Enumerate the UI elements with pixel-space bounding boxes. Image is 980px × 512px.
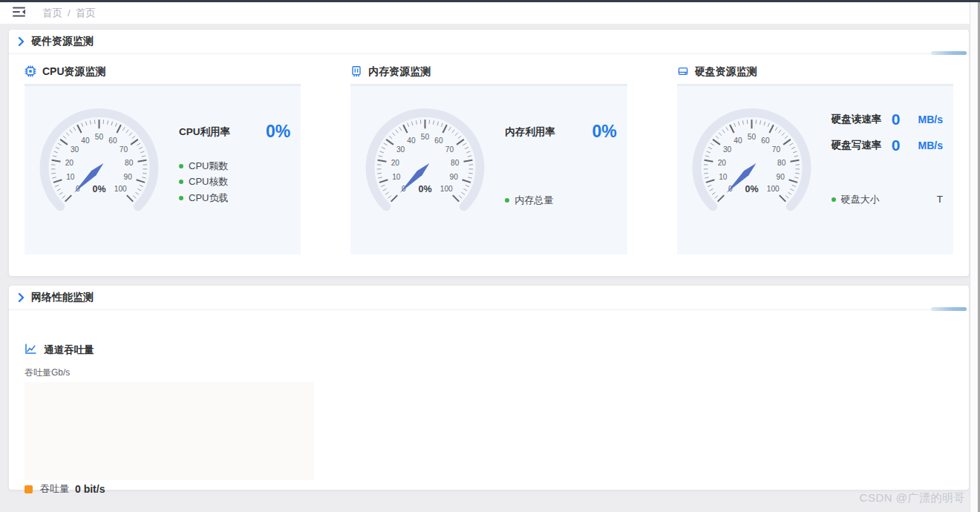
disk-size-legend: 硬盘大小 (832, 191, 880, 208)
line-chart-icon (24, 343, 37, 358)
cpu-usage-value: 0% (266, 122, 290, 142)
vertical-scrollbar[interactable] (970, 2, 980, 512)
svg-text:50: 50 (95, 133, 104, 141)
disk-size-row: 硬盘大小 T (832, 191, 943, 208)
svg-text:70: 70 (771, 145, 780, 154)
panel-deco-bar (931, 307, 967, 311)
disk-read-label: 硬盘读速率 (832, 113, 882, 126)
svg-text:80: 80 (125, 159, 134, 167)
network-monitor-panel: 网络性能监测 通道吞吐量 吞吐量Gb/s (9, 286, 969, 490)
svg-text:30: 30 (723, 145, 732, 154)
throughput-y-axis-label: 吞吐量Gb/s (24, 367, 314, 379)
hardware-monitor-panel: 硬件资源监测 CPU (9, 30, 969, 276)
svg-text:90: 90 (124, 173, 133, 181)
memory-usage-gauge: 01020304050607080901000% (350, 86, 505, 255)
disk-write-unit: MB/s (910, 140, 943, 151)
disk-size-value: T (937, 194, 943, 205)
svg-text:0%: 0% (419, 184, 432, 194)
hardware-panel-header[interactable]: 硬件资源监测 (9, 30, 969, 54)
svg-text:10: 10 (719, 173, 728, 181)
section-chevron-icon (18, 36, 24, 47)
svg-text:100: 100 (114, 185, 127, 193)
svg-text:60: 60 (108, 137, 117, 145)
svg-text:80: 80 (451, 159, 460, 167)
cpu-legend-label: CPU负载 (189, 191, 228, 205)
memory-legend-label: 内存总量 (514, 194, 553, 207)
cpu-legend-label: CPU颗数 (189, 160, 228, 173)
disk-card-title: 硬盘资源监测 (695, 65, 757, 77)
section-chevron-icon (18, 292, 24, 303)
cpu-card: CPU资源监测 01020304050607080901000% CPU利用率 … (24, 65, 301, 255)
memory-legend-item: 内存总量 (505, 192, 616, 209)
disk-read-row: 硬盘读速率 0 MB/s (832, 111, 943, 128)
memory-usage-row: 内存利用率 0% (505, 122, 616, 142)
svg-text:20: 20 (391, 159, 400, 167)
cpu-legend-item: CPU颗数 (179, 158, 290, 174)
csdn-watermark: CSDN @广漂的明哥 (860, 491, 965, 505)
breadcrumb-home-link[interactable]: 首页 (42, 7, 62, 20)
svg-text:100: 100 (440, 185, 453, 193)
svg-text:30: 30 (396, 145, 405, 154)
throughput-chart-title: 通道吞吐量 (44, 344, 94, 357)
svg-text:20: 20 (65, 159, 74, 167)
throughput-legend-value: 0 bit/s (75, 483, 105, 495)
svg-text:40: 40 (408, 137, 416, 145)
disk-card-header: 硬盘资源监测 (677, 65, 953, 77)
svg-text:60: 60 (761, 137, 770, 145)
svg-text:90: 90 (450, 173, 459, 181)
disk-speed-rows: 硬盘读速率 0 MB/s 硬盘写速率 0 MB/s (832, 111, 943, 154)
disk-card: 硬盘资源监测 01020304050607080901000% 硬盘读速率 0 … (677, 65, 953, 255)
disk-card-right: 硬盘读速率 0 MB/s 硬盘写速率 0 MB/s (832, 86, 953, 255)
cpu-card-body: 01020304050607080901000% CPU利用率 0% CPU颗数 (24, 84, 301, 255)
cpu-usage-gauge: 01020304050607080901000% (24, 86, 179, 255)
breadcrumb: 首页 / 首页 (42, 7, 96, 20)
sidebar-collapse-button[interactable] (11, 5, 27, 21)
memory-card-title: 内存资源监测 (368, 65, 431, 77)
cpu-card-header: CPU资源监测 (24, 65, 301, 77)
svg-text:30: 30 (71, 145, 79, 154)
svg-text:10: 10 (392, 173, 401, 181)
memory-card: 内存资源监测 01020304050607080901000% 内存利用率 0%… (350, 65, 627, 255)
cpu-chip-icon (24, 65, 36, 77)
hardware-panel-title: 硬件资源监测 (31, 35, 94, 48)
svg-text:0%: 0% (745, 184, 758, 194)
green-dot-icon (832, 197, 836, 202)
memory-card-body: 01020304050607080901000% 内存利用率 0% 内存总量 (350, 84, 627, 255)
svg-text:10: 10 (66, 173, 75, 181)
network-panel-title: 网络性能监测 (31, 291, 94, 304)
svg-text:40: 40 (81, 137, 90, 145)
hamburger-fold-icon (13, 7, 26, 19)
disk-read-unit: MB/s (910, 114, 943, 125)
hardware-cards-row: CPU资源监测 01020304050607080901000% CPU利用率 … (9, 54, 969, 255)
cpu-legend-list: CPU颗数 CPU核数 CPU负载 (179, 158, 290, 206)
network-panel-header[interactable]: 网络性能监测 (9, 286, 969, 310)
disk-read-value: 0 (881, 111, 910, 128)
svg-text:60: 60 (435, 137, 444, 145)
topbar: 首页 / 首页 (0, 2, 980, 24)
memory-card-header: 内存资源监测 (350, 65, 627, 77)
svg-text:80: 80 (777, 159, 786, 167)
throughput-chart-block: 通道吞吐量 吞吐量Gb/s 吞吐量 0 bit/s (24, 343, 314, 496)
cpu-usage-row: CPU利用率 0% (179, 122, 290, 142)
green-dot-icon (179, 180, 183, 184)
memory-ram-icon (350, 65, 362, 77)
svg-text:100: 100 (766, 185, 779, 193)
cpu-card-right: CPU利用率 0% CPU颗数 CPU核数 (179, 86, 301, 255)
cpu-legend-label: CPU核数 (189, 175, 228, 188)
disk-write-value: 0 (881, 137, 910, 154)
cpu-legend-item: CPU核数 (179, 174, 290, 191)
cpu-card-title: CPU资源监测 (42, 65, 106, 77)
disk-write-row: 硬盘写速率 0 MB/s (832, 137, 943, 154)
disk-write-label: 硬盘写速率 (832, 139, 882, 152)
cpu-usage-label: CPU利用率 (179, 125, 230, 139)
orange-legend-swatch-icon (24, 485, 33, 493)
green-dot-icon (179, 164, 183, 168)
green-dot-icon (505, 198, 509, 203)
memory-legend-list: 内存总量 (505, 192, 616, 209)
memory-usage-label: 内存利用率 (505, 125, 555, 139)
throughput-legend[interactable]: 吞吐量 0 bit/s (24, 482, 314, 496)
green-dot-icon (179, 196, 183, 200)
throughput-legend-label: 吞吐量 (40, 482, 69, 496)
svg-text:70: 70 (120, 145, 128, 154)
panel-deco-bar (931, 51, 967, 55)
